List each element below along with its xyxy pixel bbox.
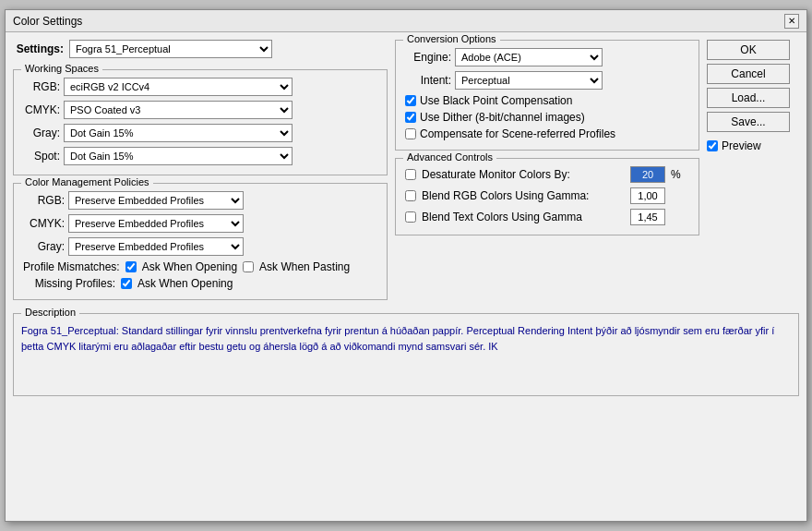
gray-working-label: Gray: [23, 127, 60, 139]
main-content: Settings: Fogra 51_Perceptual Working Sp… [6, 32, 806, 309]
ok-button[interactable]: OK [707, 40, 790, 60]
cmyk-working-row: CMYK: PSO Coated v3 [23, 101, 377, 119]
button-panel: OK Cancel Load... Save... Preview [707, 40, 799, 302]
black-point-row: Use Black Point Compensation [405, 94, 689, 107]
cmyk-working-label: CMYK: [23, 103, 60, 116]
dither-label: Use Dither (8-bit/channel images) [420, 111, 585, 124]
close-button[interactable]: ✕ [784, 14, 799, 29]
gray-policy-label: Gray: [23, 240, 65, 253]
cancel-button[interactable]: Cancel [707, 64, 790, 84]
dither-row: Use Dither (8-bit/channel images) [405, 111, 689, 124]
advanced-controls-title: Advanced Controls [403, 151, 496, 163]
profile-mismatch-paste-checkbox[interactable] [243, 261, 254, 272]
description-text: Fogra 51_Perceptual: Standard stillingar… [21, 323, 791, 354]
intent-row: Intent: Perceptual [405, 71, 689, 90]
cmyk-policy-select[interactable]: Preserve Embedded Profiles [68, 214, 244, 233]
blend-rgb-value[interactable] [630, 187, 665, 204]
desaturate-label: Desaturate Monitor Colors By: [422, 168, 625, 181]
rgb-working-row: RGB: eciRGB v2 ICCv4 [23, 78, 377, 96]
advanced-controls-group: Advanced Controls Desaturate Monitor Col… [395, 158, 699, 235]
black-point-checkbox[interactable] [405, 95, 416, 106]
gray-working-row: Gray: Dot Gain 15% [23, 124, 377, 142]
settings-select[interactable]: Fogra 51_Perceptual [69, 40, 272, 58]
rgb-working-select[interactable]: eciRGB v2 ICCv4 [64, 78, 293, 96]
scene-referred-label: Compensate for Scene-referred Profiles [420, 127, 615, 140]
spot-working-label: Spot: [23, 150, 60, 163]
working-spaces-title: Working Spaces [21, 63, 102, 74]
profile-mismatch-open-checkbox[interactable] [125, 261, 137, 272]
settings-label: Settings: [13, 42, 64, 55]
middle-panel: Conversion Options Engine: Adobe (ACE) I… [395, 40, 699, 302]
black-point-label: Use Black Point Compensation [420, 94, 572, 107]
conversion-options-group: Conversion Options Engine: Adobe (ACE) I… [395, 40, 699, 151]
desaturate-unit: % [671, 168, 681, 181]
profile-mismatches-row: Profile Mismatches: Ask When Opening Ask… [23, 260, 377, 273]
cmyk-policy-row: CMYK: Preserve Embedded Profiles [23, 214, 377, 233]
color-management-title: Color Management Policies [21, 176, 153, 187]
scene-referred-row: Compensate for Scene-referred Profiles [405, 127, 689, 140]
preview-checkbox[interactable] [707, 140, 718, 151]
missing-profiles-label: Missing Profiles: [23, 277, 115, 290]
ask-when-pasting-label: Ask When Pasting [259, 260, 350, 273]
cmyk-working-select[interactable]: PSO Coated v3 [64, 101, 293, 119]
left-panel: Settings: Fogra 51_Perceptual Working Sp… [13, 40, 388, 302]
desaturate-row: Desaturate Monitor Colors By: % [405, 166, 689, 183]
spot-working-row: Spot: Dot Gain 15% [23, 147, 377, 165]
blend-rgb-label: Blend RGB Colors Using Gamma: [422, 189, 625, 202]
color-settings-dialog: Color Settings ✕ Settings: Fogra 51_Perc… [5, 9, 807, 522]
missing-profiles-row: Missing Profiles: Ask When Opening [23, 277, 377, 290]
scene-referred-checkbox[interactable] [405, 128, 416, 139]
engine-label: Engine: [405, 51, 451, 64]
rgb-policy-label: RGB: [23, 194, 65, 207]
description-group: Description Fogra 51_Perceptual: Standar… [13, 313, 799, 396]
load-button[interactable]: Load... [707, 88, 790, 108]
ask-when-opening-label: Ask When Opening [142, 260, 237, 273]
title-bar: Color Settings ✕ [6, 10, 806, 32]
blend-text-row: Blend Text Colors Using Gamma [405, 209, 689, 225]
rgb-working-label: RGB: [23, 80, 60, 93]
spot-working-select[interactable]: Dot Gain 15% [64, 147, 293, 165]
description-title: Description [21, 307, 79, 318]
blend-rgb-row: Blend RGB Colors Using Gamma: [405, 187, 689, 204]
cmyk-policy-label: CMYK: [23, 217, 65, 230]
intent-select[interactable]: Perceptual [455, 71, 603, 90]
gray-policy-row: Gray: Preserve Embedded Profiles [23, 237, 377, 256]
preview-label: Preview [722, 139, 761, 152]
gray-working-select[interactable]: Dot Gain 15% [64, 124, 293, 142]
dither-checkbox[interactable] [405, 112, 416, 123]
missing-profiles-open-checkbox[interactable] [121, 278, 132, 289]
working-spaces-group: Working Spaces RGB: eciRGB v2 ICCv4 CMYK… [13, 69, 388, 175]
save-button[interactable]: Save... [707, 112, 790, 132]
blend-text-label: Blend Text Colors Using Gamma [422, 211, 625, 223]
dialog-title: Color Settings [13, 15, 82, 28]
blend-text-value[interactable] [630, 209, 665, 225]
blend-rgb-checkbox[interactable] [405, 190, 416, 201]
gray-policy-select[interactable]: Preserve Embedded Profiles [68, 237, 244, 256]
conversion-options-title: Conversion Options [403, 33, 500, 44]
desaturate-checkbox[interactable] [405, 169, 416, 180]
missing-ask-when-opening-label: Ask When Opening [137, 277, 233, 290]
profile-mismatches-label: Profile Mismatches: [23, 260, 120, 273]
color-management-group: Color Management Policies RGB: Preserve … [13, 183, 388, 300]
rgb-policy-select[interactable]: Preserve Embedded Profiles [68, 191, 244, 210]
desaturate-value[interactable] [630, 166, 665, 183]
rgb-policy-row: RGB: Preserve Embedded Profiles [23, 191, 377, 210]
engine-row: Engine: Adobe (ACE) [405, 48, 689, 66]
blend-text-checkbox[interactable] [405, 211, 416, 223]
intent-label: Intent: [405, 74, 451, 87]
preview-row: Preview [707, 139, 799, 152]
engine-select[interactable]: Adobe (ACE) [455, 48, 603, 66]
settings-row: Settings: Fogra 51_Perceptual [13, 40, 388, 58]
